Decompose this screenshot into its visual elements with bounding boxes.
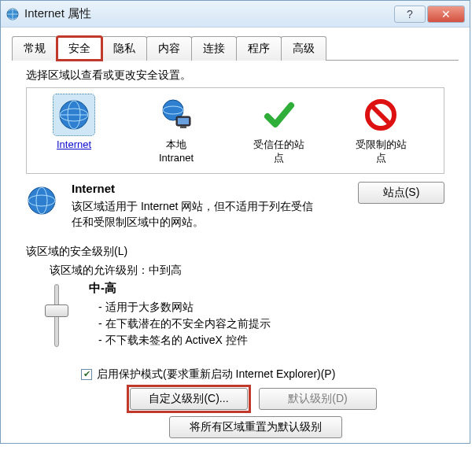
dialog-window: Internet 属性 ? ✕ 常规 安全 隐私 内容 连接 程序 高级 选择区… xyxy=(0,0,470,444)
custom-level-button[interactable]: 自定义级别(C)... xyxy=(130,388,248,410)
tab-bar: 常规 安全 隐私 内容 连接 程序 高级 xyxy=(12,35,459,61)
zone-trusted-sub: 点 xyxy=(239,152,318,165)
globe-monitor-icon xyxy=(156,94,197,135)
tab-content[interactable]: 内容 xyxy=(146,36,192,61)
titlebar: Internet 属性 ? ✕ xyxy=(1,1,470,28)
level-name: 中-高 xyxy=(89,281,271,296)
tab-general[interactable]: 常规 xyxy=(12,36,57,61)
protected-mode-checkbox[interactable]: ✔ xyxy=(81,369,92,380)
zone-trusted[interactable]: 受信任的站 点 xyxy=(239,94,318,165)
zone-desc-text: 该区域适用于 Internet 网站，但不适用于列在受信任和受限制区域中的网站。 xyxy=(72,198,315,231)
zone-internet-label: Internet xyxy=(35,138,113,152)
tab-advanced[interactable]: 高级 xyxy=(281,36,326,61)
zone-restricted-sub: 点 xyxy=(341,152,420,165)
zone-restricted[interactable]: 受限制的站 点 xyxy=(341,94,420,165)
level-bullet: 在下载潜在的不安全内容之前提示 xyxy=(98,315,271,332)
checkmark-icon xyxy=(258,94,299,135)
close-button[interactable]: ✕ xyxy=(427,6,465,23)
level-bullets: 适用于大多数网站 在下载潜在的不安全内容之前提示 不下载未签名的 ActiveX… xyxy=(83,299,271,349)
default-level-button[interactable]: 默认级别(D) xyxy=(259,388,377,410)
tab-connections[interactable]: 连接 xyxy=(191,36,237,61)
zone-prompt: 选择区域以查看或更改安全设置。 xyxy=(26,68,459,83)
reset-all-button[interactable]: 将所有区域重置为默认级别 xyxy=(169,416,342,438)
zone-desc-icon xyxy=(26,182,61,231)
sites-button[interactable]: 站点(S) xyxy=(358,182,444,204)
no-entry-icon xyxy=(360,94,401,135)
zone-list: Internet 本地 Intranet 受信任的站 点 受限 xyxy=(26,87,444,174)
svg-point-12 xyxy=(28,187,55,214)
zone-desc-title: Internet xyxy=(72,182,315,195)
help-button[interactable]: ? xyxy=(394,6,426,23)
zone-internet[interactable]: Internet xyxy=(35,94,113,152)
level-bullet: 适用于大多数网站 xyxy=(98,299,271,315)
svg-rect-9 xyxy=(180,126,186,128)
protected-mode-label: 启用保护模式(要求重新启动 Internet Explorer)(P) xyxy=(97,367,335,382)
svg-rect-8 xyxy=(178,118,189,124)
level-bullet: 不下载未签名的 ActiveX 控件 xyxy=(98,332,271,349)
internet-options-icon xyxy=(6,7,20,21)
tab-security[interactable]: 安全 xyxy=(57,36,102,61)
globe-icon xyxy=(53,94,94,135)
security-level-label: 该区域的安全级别(L) xyxy=(26,245,459,259)
tab-privacy[interactable]: 隐私 xyxy=(101,36,147,61)
zone-trusted-label: 受信任的站 xyxy=(239,138,318,152)
slider-thumb[interactable] xyxy=(45,304,68,317)
allowed-levels-label: 该区域的允许级别：中到高 xyxy=(50,264,459,278)
tab-programs[interactable]: 程序 xyxy=(236,36,282,61)
zone-intranet[interactable]: 本地 Intranet xyxy=(137,94,216,165)
window-title: Internet 属性 xyxy=(24,6,91,21)
zone-intranet-label: 本地 xyxy=(137,138,216,152)
security-slider[interactable] xyxy=(43,281,70,350)
zone-restricted-label: 受限制的站 xyxy=(341,138,420,152)
zone-intranet-sub: Intranet xyxy=(137,152,216,165)
dialog-body: 常规 安全 隐私 内容 连接 程序 高级 选择区域以查看或更改安全设置。 Int… xyxy=(1,28,470,443)
